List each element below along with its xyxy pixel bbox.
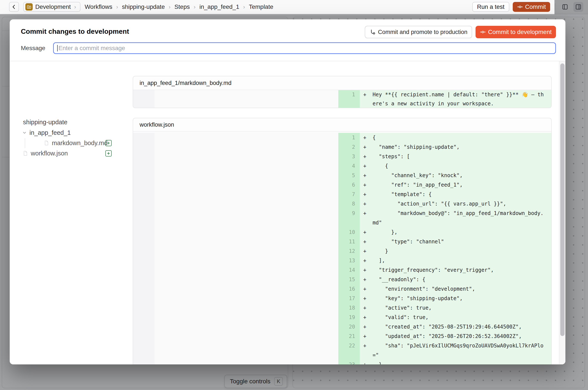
diff-line: 15 + "__readonly": {: [338, 275, 551, 284]
breadcrumb-separator: ›: [243, 4, 245, 10]
diff-line: 19 + "valid": true,: [338, 313, 551, 322]
tree-item-folder[interactable]: in_app_feed_1: [22, 128, 71, 137]
diff-line: 10 + },: [338, 228, 551, 237]
line-number: 19: [338, 313, 360, 322]
line-number: 6: [338, 180, 360, 190]
breadcrumb-item[interactable]: Steps ›: [174, 3, 196, 10]
git-commit-icon: [517, 4, 523, 10]
breadcrumb-item[interactable]: Workflows ›: [85, 3, 119, 10]
diff-line: 6 + "ref": "in_app_feed_1",: [338, 180, 551, 190]
line-number: 3: [338, 152, 360, 161]
line-text: + "environment": "development",: [360, 284, 551, 294]
tree-item-workflow-file[interactable]: workflow.json: [23, 148, 68, 158]
line-text: + "template": {: [360, 190, 551, 199]
line-number: 8: [338, 199, 360, 208]
commit-button[interactable]: Commit: [513, 2, 550, 12]
line-text: + "valid": true,: [360, 313, 551, 322]
line-text: + }: [360, 246, 551, 256]
breadcrumb-separator: ›: [116, 4, 118, 10]
diff-line: 7 + "template": {: [338, 190, 551, 199]
tree-item-markdown-file[interactable]: markdown_body.md: [44, 138, 107, 148]
run-a-test-button[interactable]: Run a test: [472, 2, 509, 12]
diff-line: 5 + "channel_key": "knock",: [338, 171, 551, 180]
commit-changes-dialog: Commit changes to development Commit and…: [10, 19, 565, 364]
scrollbar-thumb[interactable]: [560, 63, 565, 336]
line-number: 12: [338, 246, 360, 256]
diff-line: 8 + "action_url": "{{ vars.app_url }}",: [338, 199, 551, 208]
diff-line: 21 + "updated_at": "2025-08-26T20:26:52.…: [338, 332, 551, 341]
commit-and-promote-button[interactable]: Commit and promote to production: [365, 26, 472, 38]
line-number: 15: [338, 275, 360, 284]
environment-folder-icon: [25, 3, 33, 10]
line-text: + "name": "shipping-update",: [360, 142, 551, 152]
environment-switcher[interactable]: Development ›: [23, 2, 80, 12]
line-text: + "sha": "pJeLVir6xIlUCMGqs9qroZoUAVDSwA…: [360, 341, 551, 350]
scrollbar-track[interactable]: [559, 61, 565, 364]
diff-file-path: in_app_feed_1/markdown_body.md: [133, 76, 551, 90]
line-text: + "updated_at": "2025-08-26T20:26:52.364…: [360, 332, 551, 341]
line-text: + },: [360, 228, 551, 237]
diff-line: ere's a new activity in your workspace.: [338, 99, 551, 108]
line-text: ere's a new activity in your workspace.: [360, 99, 551, 108]
diff-added-lines: 1 + { 2 + "name": "shipping-update", 3 +…: [338, 133, 551, 364]
line-text: + "type": "channel": [360, 237, 551, 246]
line-text: + "key": "shipping-update",: [360, 294, 551, 303]
line-text: + "ref": "in_app_feed_1",: [360, 180, 551, 190]
line-text: + "trigger_frequency": "every_trigger",: [360, 265, 551, 275]
file-icon: [44, 140, 49, 146]
diff-line: 16 + "environment": "development",: [338, 284, 551, 294]
chevron-left-icon: [11, 4, 17, 10]
line-number: 9: [338, 208, 360, 218]
line-text: + {: [360, 133, 551, 142]
diff-line: 9 + "markdown_body@": "in_app_feed_1/mar…: [338, 208, 551, 218]
modal-backdrop-corner: [554, 0, 588, 14]
line-number: 4: [338, 161, 360, 171]
text-caret: [57, 45, 58, 51]
commit-to-development-button[interactable]: Commit to development: [476, 26, 556, 38]
diff-line: 1 + Hey **{{ recipient.name | default: "…: [338, 90, 551, 99]
breadcrumb-separator: ›: [169, 4, 170, 10]
line-number: 17: [338, 294, 360, 303]
tree-indent-guide: [25, 138, 25, 148]
tree-item-root[interactable]: shipping-update: [23, 117, 67, 127]
diff-line: 1 + {: [338, 133, 551, 142]
diff-line: 22 + "sha": "pJeLVir6xIlUCMGqs9qroZoUAVD…: [338, 341, 551, 350]
diff-line: =": [338, 350, 551, 360]
dialog-title: Commit changes to development: [21, 28, 129, 36]
diff-panel-workflow-json: workflow.json 1 + { 2 + "name": "shippin…: [133, 118, 552, 364]
breadcrumb: Workflows › shipping-update › Steps › in…: [85, 3, 273, 10]
line-number: [338, 350, 360, 360]
diff-old-gutter: [133, 133, 155, 364]
chevron-down-icon: [22, 130, 27, 135]
top-navigation-bar: Development › Workflows › shipping-updat…: [0, 0, 588, 14]
line-number: 1: [338, 90, 360, 99]
line-number: 22: [338, 341, 360, 350]
commit-message-placeholder: Enter a commit message: [58, 45, 125, 51]
line-text: + Hey **{{ recipient.name | default: "th…: [360, 90, 551, 99]
diff-line: 18 + "active": true,: [338, 303, 551, 313]
commit-message-input[interactable]: Enter a commit message: [53, 42, 556, 54]
line-number: 20: [338, 322, 360, 332]
line-number: 23: [338, 360, 360, 364]
diff-line: 12 + }: [338, 246, 551, 256]
line-text: + "__readonly": {: [360, 275, 551, 284]
file-icon: [23, 150, 28, 156]
breadcrumb-separator: ›: [194, 4, 196, 10]
breadcrumb-item[interactable]: in_app_feed_1 ›: [199, 3, 246, 10]
diff-line: 14 + "trigger_frequency": "every_trigger…: [338, 265, 551, 275]
line-number: 13: [338, 256, 360, 265]
back-button[interactable]: [9, 2, 19, 12]
diff-panel-markdown-body: in_app_feed_1/markdown_body.md 1 + Hey *…: [133, 76, 552, 108]
diff-old-gutter: [133, 90, 155, 108]
line-number: 16: [338, 284, 360, 294]
line-number: 7: [338, 190, 360, 199]
line-text: + "channel_key": "knock",: [360, 171, 551, 180]
breadcrumb-item[interactable]: Template ›: [249, 3, 273, 10]
diff-line: md": [338, 218, 551, 228]
line-number: 2: [338, 142, 360, 152]
plus-icon: [107, 151, 110, 155]
plus-icon: [107, 141, 110, 145]
line-text: =": [360, 350, 551, 360]
diff-old-pane: [155, 133, 338, 364]
breadcrumb-item[interactable]: shipping-update ›: [122, 3, 171, 10]
